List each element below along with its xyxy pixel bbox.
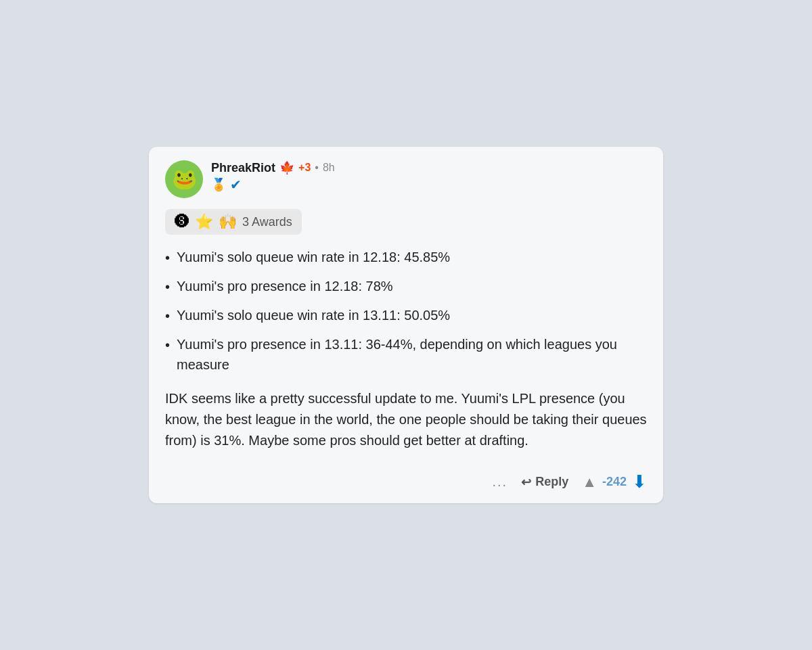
list-item: Yuumi's pro presence in 12.18: 78% <box>165 276 647 297</box>
list-item: Yuumi's solo queue win rate in 13.11: 50… <box>165 305 647 326</box>
post-header: 🐸 PhreakRiot 🍁 +3 • 8h 🏅 ✔ <box>165 160 647 198</box>
bullet-list: Yuumi's solo queue win rate in 12.18: 45… <box>165 247 647 375</box>
list-item: Yuumi's pro presence in 13.11: 36-44%, d… <box>165 334 647 375</box>
post-paragraph: IDK seems like a pretty successful updat… <box>165 388 647 451</box>
downvote-icon: ⬇ <box>632 471 647 492</box>
upvote-button[interactable]: ▲ <box>582 473 597 491</box>
awards-label: 3 Awards <box>242 215 292 229</box>
award-icon-3: 🙌 <box>219 213 237 231</box>
mod-badge-icon: 🏅 <box>211 179 226 191</box>
username-row: PhreakRiot 🍁 +3 • 8h <box>211 160 335 175</box>
karma-badge: +3 <box>298 162 311 174</box>
separator: • <box>315 162 319 174</box>
reply-icon: ↩ <box>521 475 531 490</box>
list-item: Yuumi's solo queue win rate in 12.18: 45… <box>165 247 647 268</box>
badges-row: 🏅 ✔ <box>211 178 335 191</box>
post-card: 🐸 PhreakRiot 🍁 +3 • 8h 🏅 ✔ 🅢 ⭐ 🙌 3 Award… <box>149 147 663 503</box>
vote-section: ▲ -242 ⬇ <box>582 471 647 492</box>
avatar: 🐸 <box>165 160 203 198</box>
verified-badge-icon: ✔ <box>230 178 242 191</box>
award-icon-2: ⭐ <box>195 213 213 231</box>
vote-count: -242 <box>602 475 627 489</box>
reply-button[interactable]: ↩ Reply <box>521 475 568 490</box>
awards-box[interactable]: 🅢 ⭐ 🙌 3 Awards <box>165 209 302 235</box>
downvote-button[interactable]: ⬇ <box>632 471 647 492</box>
flame-icon: 🍁 <box>279 160 294 175</box>
more-options-button[interactable]: ... <box>492 474 508 490</box>
post-time: 8h <box>323 162 335 174</box>
award-icon-1: 🅢 <box>175 213 189 231</box>
username: PhreakRiot <box>211 161 275 175</box>
header-info: PhreakRiot 🍁 +3 • 8h 🏅 ✔ <box>211 160 335 191</box>
reply-label: Reply <box>535 475 568 489</box>
post-footer: ... ↩ Reply ▲ -242 ⬇ <box>165 465 647 492</box>
